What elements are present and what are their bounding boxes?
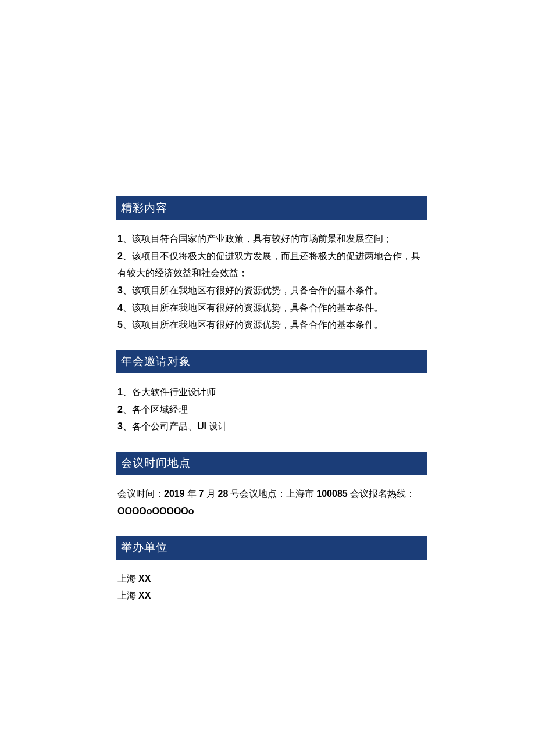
invitee-item-1: 1、各大软件行业设计师	[117, 384, 426, 401]
content-item-5-text: 、该项目所在我地区有很好的资源优势，具备合作的基本条件。	[123, 320, 383, 329]
content-item-5: 5、该项目所在我地区有很好的资源优势，具备合作的基本条件。	[117, 316, 426, 334]
organizer-item-1: 上海 XX	[117, 570, 426, 587]
invitee-item-3: 3、各个公司产品、UI 设计	[117, 418, 426, 435]
meeting-postal: 100085	[316, 489, 347, 499]
meeting-year-suffix: 年	[185, 489, 199, 499]
meeting-day-suffix: 号会议地点：上海市	[228, 489, 316, 499]
meeting-postal-suffix: 会议报名热线：	[348, 489, 415, 499]
organizer-item-2: 上海 XX	[117, 587, 426, 604]
invitee-item-2-text: 、各个区域经理	[123, 404, 188, 414]
content-item-2: 2、该项目不仅将极大的促进双方发展，而且还将极大的促进两地合作，具有较大的经济效…	[117, 248, 426, 282]
section-header-content: 精彩内容	[116, 196, 427, 220]
invitee-item-3-text: 、各个公司产品、	[123, 421, 197, 431]
meeting-month-suffix: 月	[204, 489, 218, 499]
content-item-4-text: 、该项目所在我地区有很好的资源优势，具备合作的基本条件。	[123, 303, 383, 313]
invitee-item-3-suffix: 设计	[206, 421, 227, 431]
invitee-item-2: 2、各个区域经理	[117, 401, 426, 418]
section-header-organizer: 举办单位	[116, 536, 427, 559]
organizer-name-2: XX	[138, 590, 151, 600]
content-item-4: 4、该项目所在我地区有很好的资源优势，具备合作的基本条件。	[117, 299, 426, 317]
meeting-year: 2019	[164, 489, 185, 499]
meeting-time-label: 会议时间：	[117, 489, 164, 499]
content-item-2-text: 、该项目不仅将极大的促进双方发展，而且还将极大的促进两地合作，具有较大的经济效益…	[117, 251, 420, 278]
section-content-body: 1、该项目符合国家的产业政策，具有较好的市场前景和发展空间； 2、该项目不仅将极…	[116, 230, 427, 334]
content-item-1: 1、该项目符合国家的产业政策，具有较好的市场前景和发展空间；	[117, 230, 426, 248]
invitee-item-1-text: 、各大软件行业设计师	[123, 387, 216, 397]
meeting-day: 28	[218, 489, 229, 499]
section-header-invitees: 年会邀请对象	[116, 350, 427, 373]
content-item-3: 3、该项目所在我地区有很好的资源优势，具备合作的基本条件。	[117, 282, 426, 299]
section-organizer-body: 上海 XX 上海 XX	[116, 570, 427, 604]
meeting-hotline: OOOOoOOOOOo	[117, 506, 194, 516]
organizer-name-1: XX	[138, 574, 151, 583]
meeting-month: 7	[199, 489, 204, 499]
section-invitees-body: 1、各大软件行业设计师 2、各个区域经理 3、各个公司产品、UI 设计	[116, 384, 427, 435]
section-header-meeting: 会议时间地点	[116, 452, 427, 475]
content-item-3-text: 、该项目所在我地区有很好的资源优势，具备合作的基本条件。	[123, 285, 383, 295]
organizer-prefix-1: 上海	[117, 574, 138, 583]
content-item-1-text: 、该项目符合国家的产业政策，具有较好的市场前景和发展空间；	[123, 234, 393, 243]
document-page: 精彩内容 1、该项目符合国家的产业政策，具有较好的市场前景和发展空间； 2、该项…	[0, 0, 535, 604]
section-meeting-body: 会议时间：2019 年 7 月 28 号会议地点：上海市 100085 会议报名…	[116, 485, 427, 519]
organizer-prefix-2: 上海	[117, 590, 138, 600]
meeting-details: 会议时间：2019 年 7 月 28 号会议地点：上海市 100085 会议报名…	[117, 485, 426, 519]
